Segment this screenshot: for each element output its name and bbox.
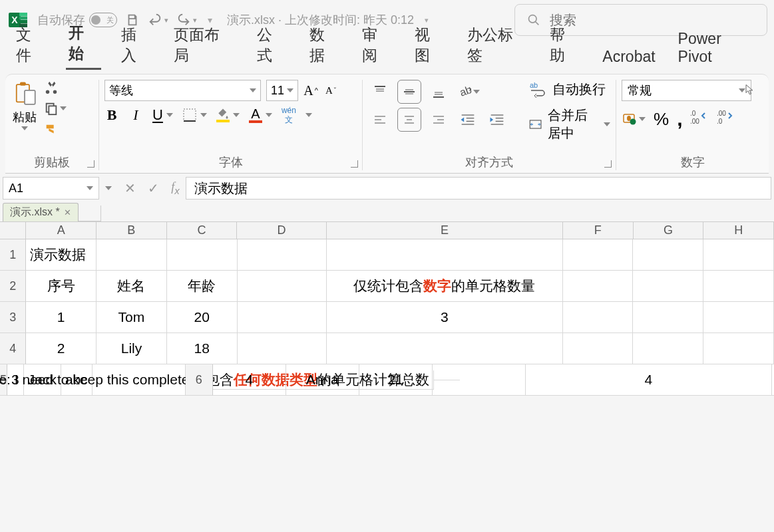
cell[interactable]: 4 [526,364,772,396]
tab-acrobat[interactable]: Acrobat [600,44,658,70]
cell[interactable]: 1 [26,302,97,333]
workbook-tab[interactable]: 演示.xlsx * ✕ [3,203,79,221]
orientation-icon[interactable]: ab [456,80,480,104]
cell[interactable]: 仅统计包含数字的单元格数量 [327,271,563,302]
tab-help[interactable]: 帮助 [547,21,582,70]
accounting-format-button[interactable] [622,111,646,127]
phonetic-button[interactable]: wén文 [282,106,296,124]
cell[interactable] [167,239,238,271]
cancel-formula-icon[interactable]: ✕ [124,180,136,196]
tab-data[interactable]: 数据 [307,21,342,70]
formula-input[interactable]: 演示数据 [186,177,771,200]
align-right-icon[interactable] [427,108,451,132]
cell[interactable]: 20 [167,302,238,333]
cell[interactable]: Tom [97,302,167,333]
fx-icon[interactable]: fx [171,180,180,196]
tab-insert[interactable]: 插入 [118,21,154,70]
cell[interactable] [633,302,703,333]
new-tab-area[interactable] [79,205,101,221]
align-bottom-icon[interactable] [427,80,451,104]
number-format-select[interactable]: 常规 [622,80,751,101]
cell[interactable] [433,364,526,396]
row-header[interactable]: 1 [0,239,26,271]
col-header[interactable]: H [703,222,774,239]
col-header[interactable]: D [237,222,326,239]
decrease-font-icon[interactable]: Aˇ [323,85,338,96]
cell[interactable]: 21 [359,364,433,396]
increase-decimal-icon[interactable]: .0.00 [690,109,709,129]
cell[interactable] [327,333,563,364]
align-center-icon[interactable] [397,108,421,132]
cell[interactable] [238,271,327,302]
cell[interactable]: Anna [286,364,359,396]
bold-button[interactable]: B [104,106,119,124]
col-header[interactable]: A [26,222,97,239]
decrease-indent-icon[interactable] [456,108,480,132]
cell[interactable] [327,239,563,271]
tab-view[interactable]: 视图 [412,21,447,70]
cell[interactable]: Lily [97,333,167,364]
align-middle-icon[interactable] [397,80,421,104]
cell[interactable] [633,333,703,364]
increase-font-icon[interactable]: A^ [303,83,318,98]
clipboard-dialog-launcher[interactable] [87,159,95,170]
col-header[interactable]: C [167,222,238,239]
cut-icon[interactable] [44,80,59,94]
copy-button[interactable] [44,101,67,116]
cell[interactable] [703,302,774,333]
tab-office-tabs[interactable]: 办公标签 [465,21,530,70]
tab-power-pivot[interactable]: Power Pivot [676,26,761,70]
align-top-icon[interactable] [368,80,392,104]
font-name-select[interactable]: 等线 [104,80,261,101]
cell[interactable] [703,271,774,302]
paste-button[interactable]: 粘贴 [11,80,39,130]
col-header[interactable]: B [97,222,167,239]
row-header[interactable]: 2 [0,271,26,302]
underline-button[interactable]: U [152,106,173,124]
cell[interactable]: 3 [327,302,563,333]
wrap-text-button[interactable]: ab 自动换行 [528,80,610,98]
font-color-button[interactable]: A [249,107,272,123]
cell[interactable] [703,239,774,271]
col-header[interactable]: F [563,222,634,239]
row-header[interactable]: 3 [0,302,26,333]
cell[interactable] [633,271,703,302]
tab-review[interactable]: 审阅 [359,21,395,70]
cell[interactable]: 年龄 [167,271,238,302]
alignment-dialog-launcher[interactable] [604,159,612,170]
comma-format-button[interactable]: , [677,108,682,130]
tab-formulas[interactable]: 公式 [254,21,290,70]
cell[interactable] [238,302,327,333]
name-box-more-icon[interactable] [105,186,112,190]
col-header[interactable]: E [327,222,563,239]
row-header[interactable]: 6 [186,364,213,396]
cell[interactable]: [end of truncated output - Note: I need … [93,364,186,396]
tab-file[interactable]: 文件 [13,21,49,70]
cell[interactable] [563,302,634,333]
italic-button[interactable]: I [128,106,143,124]
cell[interactable]: 2 [26,333,97,364]
cell[interactable] [563,271,634,302]
name-box[interactable]: A1 [3,177,99,200]
tab-page-layout[interactable]: 页面布局 [171,21,236,70]
select-all-corner[interactable] [0,222,26,239]
cell[interactable] [97,239,167,271]
cell[interactable] [703,333,774,364]
col-header[interactable]: G [634,222,704,239]
cell[interactable]: 18 [167,333,238,364]
border-button[interactable] [182,108,207,122]
cell[interactable] [238,239,327,271]
font-size-select[interactable]: 11 [266,80,298,101]
cell[interactable] [633,239,703,271]
fill-color-button[interactable] [216,108,240,122]
cell[interactable]: 序号 [26,271,97,302]
spreadsheet-grid[interactable]: A B C D E F G H 1 演示数据 2 序号 姓名 年龄 仅统计包含数… [0,221,774,396]
format-painter-icon[interactable] [44,122,59,137]
cell[interactable]: 姓名 [97,271,167,302]
decrease-decimal-icon[interactable]: .00.0 [717,109,735,129]
cell[interactable] [563,239,634,271]
accept-formula-icon[interactable]: ✓ [148,180,159,196]
close-icon[interactable]: ✕ [64,207,71,217]
percent-format-button[interactable]: % [654,109,669,130]
cell[interactable] [238,333,327,364]
